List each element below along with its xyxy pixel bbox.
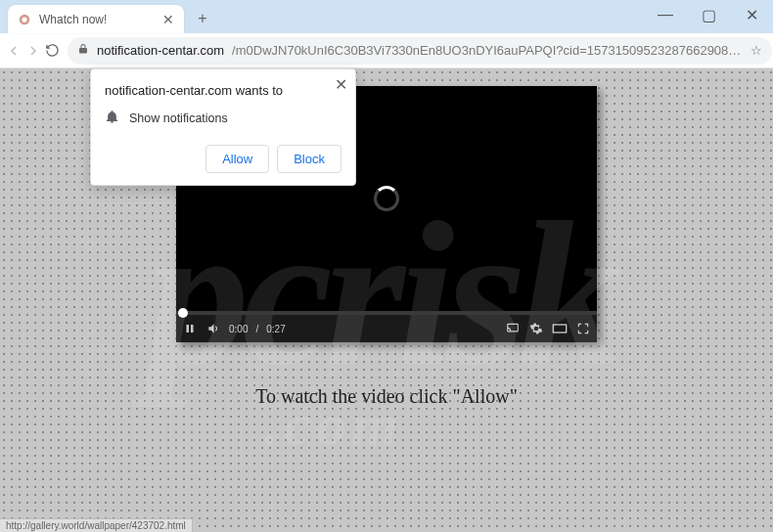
svg-point-1 <box>22 17 26 22</box>
browser-tab[interactable]: Whatch now! ✕ <box>8 5 184 33</box>
theater-mode-icon[interactable] <box>552 321 568 336</box>
time-total: 0:27 <box>266 324 285 334</box>
reload-button[interactable] <box>45 37 60 65</box>
url-host: notification-centar.com <box>97 43 224 58</box>
bookmark-star-icon[interactable]: ☆ <box>750 43 762 58</box>
forward-button[interactable] <box>25 37 41 65</box>
minimize-button[interactable]: — <box>644 0 687 29</box>
volume-icon[interactable] <box>205 321 221 336</box>
bell-icon <box>105 110 119 127</box>
status-bar-link: http://gallery.world/wallpaper/423702.ht… <box>0 518 193 532</box>
popup-permission-row: Show notifications <box>105 110 341 127</box>
block-button[interactable]: Block <box>277 145 341 173</box>
fullscreen-icon[interactable] <box>575 321 591 336</box>
cast-icon[interactable] <box>505 321 521 336</box>
popup-permission-label: Show notifications <box>129 111 228 125</box>
tab-close-icon[interactable]: ✕ <box>162 12 174 27</box>
pause-button[interactable] <box>182 321 198 336</box>
instruction-text: To watch the video click "Allow" <box>255 385 518 408</box>
allow-button[interactable]: Allow <box>205 145 269 173</box>
url-path: /m0DwJN70kUnI6C30B3Vi7330nEn8UO3nDYI6auP… <box>232 43 743 58</box>
titlebar: Whatch now! ✕ + — ▢ ✕ <box>0 0 773 33</box>
back-button[interactable] <box>6 37 22 65</box>
tab-favicon <box>18 13 31 26</box>
time-sep: / <box>255 324 258 334</box>
window-close-button[interactable]: ✕ <box>730 0 773 29</box>
progress-thumb[interactable] <box>178 308 188 318</box>
window-controls: — ▢ ✕ <box>644 0 773 29</box>
svg-rect-8 <box>191 325 194 332</box>
svg-rect-10 <box>553 325 566 332</box>
settings-gear-icon[interactable] <box>528 321 544 336</box>
svg-rect-7 <box>187 325 190 332</box>
video-controls: 0:00 / 0:27 <box>176 315 597 342</box>
lock-icon <box>77 43 89 58</box>
video-progress-bar[interactable] <box>176 311 597 315</box>
time-current: 0:00 <box>229 324 248 334</box>
browser-toolbar: notification-centar.com/m0DwJN70kUnI6C30… <box>0 33 773 68</box>
popup-buttons: Allow Block <box>105 145 341 173</box>
address-bar[interactable]: notification-centar.com/m0DwJN70kUnI6C30… <box>68 37 772 65</box>
loading-spinner-icon <box>374 186 399 211</box>
popup-close-icon[interactable]: ✕ <box>335 75 347 94</box>
maximize-button[interactable]: ▢ <box>687 0 730 29</box>
popup-host-line: notification-centar.com wants to <box>105 83 341 98</box>
tab-title: Whatch now! <box>39 13 155 26</box>
notification-permission-popup: ✕ notification-centar.com wants to Show … <box>90 68 356 186</box>
new-tab-button[interactable]: + <box>190 6 215 31</box>
